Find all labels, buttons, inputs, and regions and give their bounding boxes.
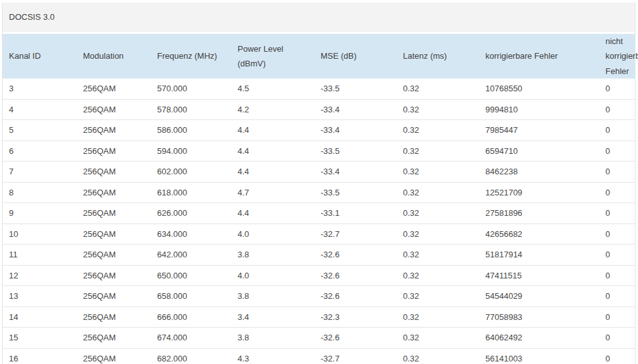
cell-mse: -32.6	[314, 286, 397, 307]
cell-mse: -32.6	[314, 245, 397, 266]
table-row: 3256QAM570.0004.5-33.50.32107685500	[3, 79, 635, 99]
cell-mse: -33.5	[314, 182, 397, 203]
cell-frequenz: 666.000	[151, 307, 231, 328]
cell-power_level: 4.0	[231, 265, 314, 286]
cell-kanal_id: 6	[3, 140, 77, 162]
cell-nicht_korr: 0	[599, 162, 635, 183]
cell-frequenz: 594.000	[151, 140, 231, 162]
table-row: 7256QAM602.0004.4-33.40.3284622380	[3, 162, 635, 183]
cell-kanal_id: 7	[3, 162, 77, 183]
col-header-mse-db: MSE (dB)	[314, 34, 397, 79]
cell-modulation: 256QAM	[77, 79, 151, 99]
table-row: 14256QAM666.0003.4-32.30.32770589830	[3, 307, 635, 328]
cell-latenz: 0.32	[397, 265, 479, 286]
cell-korr: 12521709	[479, 182, 599, 203]
cell-korr: 7985447	[479, 120, 599, 141]
section-title: DOCSIS 3.0	[3, 3, 635, 32]
cell-korr: 27581896	[479, 203, 599, 224]
cell-power_level: 4.5	[231, 79, 314, 99]
table-row: 5256QAM586.0004.4-33.40.3279854470	[3, 120, 635, 141]
cell-korr: 6594710	[479, 140, 599, 162]
cell-nicht_korr: 0	[599, 265, 635, 286]
cell-kanal_id: 4	[3, 99, 77, 120]
cell-modulation: 256QAM	[77, 307, 151, 328]
cell-latenz: 0.32	[397, 348, 479, 364]
cell-mse: -32.7	[314, 224, 397, 245]
cell-kanal_id: 11	[3, 245, 77, 266]
cell-modulation: 256QAM	[77, 162, 151, 183]
table-row: 11256QAM642.0003.8-32.60.32518179140	[3, 245, 635, 266]
cell-power_level: 4.4	[231, 140, 314, 162]
cell-latenz: 0.32	[397, 140, 479, 162]
cell-power_level: 3.8	[231, 245, 314, 266]
cell-modulation: 256QAM	[77, 99, 151, 120]
cell-kanal_id: 8	[3, 182, 77, 203]
cell-frequenz: 682.000	[151, 348, 231, 364]
cell-modulation: 256QAM	[77, 265, 151, 286]
cell-frequenz: 674.000	[151, 328, 231, 349]
cell-korr: 10768550	[479, 79, 599, 99]
cell-power_level: 4.4	[231, 203, 314, 224]
cell-latenz: 0.32	[397, 182, 479, 203]
cell-kanal_id: 13	[3, 286, 77, 307]
cell-korr: 51817914	[479, 245, 599, 266]
table-row: 15256QAM674.0003.8-32.60.32640624920	[3, 328, 635, 349]
cell-latenz: 0.32	[397, 328, 479, 349]
cell-kanal_id: 15	[3, 328, 77, 349]
docsis30-panel: DOCSIS 3.0 Kanal ID Modulation Frequenz …	[2, 3, 635, 364]
cell-latenz: 0.32	[397, 162, 479, 183]
cell-mse: -32.6	[314, 265, 397, 286]
cell-modulation: 256QAM	[77, 328, 151, 349]
docsis-status-page: DOCSIS 3.0 Kanal ID Modulation Frequenz …	[0, 0, 638, 364]
table-row: 4256QAM578.0004.2-33.40.3299948100	[3, 99, 635, 120]
cell-korr: 64062492	[479, 328, 599, 349]
table-row: 9256QAM626.0004.4-33.10.32275818960	[3, 203, 635, 224]
col-header-latenz-ms: Latenz (ms)	[397, 34, 479, 79]
cell-nicht_korr: 0	[599, 120, 635, 141]
cell-nicht_korr: 0	[599, 79, 635, 99]
table-row: 6256QAM594.0004.4-33.50.3265947100	[3, 140, 635, 162]
cell-power_level: 3.8	[231, 286, 314, 307]
cell-nicht_korr: 0	[599, 182, 635, 203]
cell-kanal_id: 10	[3, 224, 77, 245]
col-header-korrigierbare-fehler: korrigierbare Fehler	[479, 34, 599, 79]
cell-frequenz: 650.000	[151, 265, 231, 286]
cell-modulation: 256QAM	[77, 182, 151, 203]
cell-nicht_korr: 0	[599, 140, 635, 162]
cell-latenz: 0.32	[397, 120, 479, 141]
cell-power_level: 4.7	[231, 182, 314, 203]
cell-mse: -33.5	[314, 140, 397, 162]
cell-modulation: 256QAM	[77, 224, 151, 245]
col-header-power-level-dbmv: Power Level (dBmV)	[231, 34, 314, 79]
cell-power_level: 4.4	[231, 120, 314, 141]
cell-kanal_id: 12	[3, 265, 77, 286]
col-header-modulation: Modulation	[77, 34, 151, 79]
cell-korr: 56141003	[479, 348, 599, 364]
cell-kanal_id: 5	[3, 120, 77, 141]
cell-nicht_korr: 0	[599, 224, 635, 245]
cell-mse: -33.4	[314, 120, 397, 141]
cell-kanal_id: 16	[3, 348, 77, 364]
cell-kanal_id: 9	[3, 203, 77, 224]
table-row: 13256QAM658.0003.8-32.60.32545440290	[3, 286, 635, 307]
cell-frequenz: 618.000	[151, 182, 231, 203]
cell-kanal_id: 3	[3, 79, 77, 99]
col-header-frequenz-mhz: Frequenz (MHz)	[151, 34, 231, 79]
cell-nicht_korr: 0	[599, 203, 635, 224]
cell-mse: -32.7	[314, 348, 397, 364]
cell-latenz: 0.32	[397, 286, 479, 307]
cell-korr: 77058983	[479, 307, 599, 328]
cell-mse: -32.6	[314, 328, 397, 349]
cell-korr: 9994810	[479, 99, 599, 120]
col-header-kanal-id: Kanal ID	[3, 34, 77, 79]
cell-modulation: 256QAM	[77, 203, 151, 224]
cell-power_level: 4.3	[231, 348, 314, 364]
table-header-row: Kanal ID Modulation Frequenz (MHz) Power…	[3, 34, 635, 79]
table-row: 8256QAM618.0004.7-33.50.32125217090	[3, 182, 635, 203]
cell-mse: -33.4	[314, 99, 397, 120]
cell-mse: -33.4	[314, 162, 397, 183]
cell-latenz: 0.32	[397, 203, 479, 224]
cell-power_level: 4.2	[231, 99, 314, 120]
cell-nicht_korr: 0	[599, 328, 635, 349]
cell-nicht_korr: 0	[599, 99, 635, 120]
